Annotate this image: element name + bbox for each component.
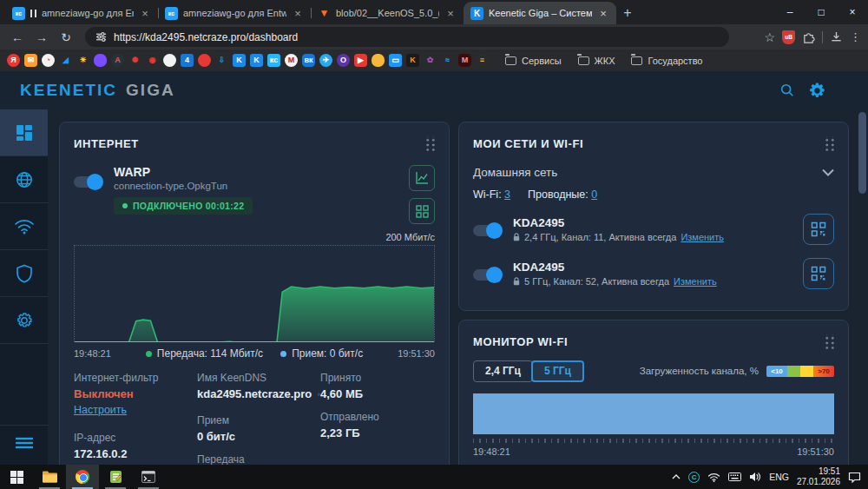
edit-network-link[interactable]: Изменить: [674, 276, 717, 287]
chevron-down-icon[interactable]: [822, 169, 834, 176]
drag-handle-icon[interactable]: [823, 136, 834, 151]
taskbar-terminal[interactable]: [132, 465, 165, 489]
taskbar-clock[interactable]: 19:51 27.01.2026: [797, 466, 840, 488]
drag-handle-icon[interactable]: [424, 136, 435, 151]
notification-center-icon[interactable]: [848, 472, 861, 483]
bookmark-icon[interactable]: ◔: [42, 54, 55, 67]
bookmark-icon[interactable]: ≈: [441, 54, 454, 67]
settings-gear-icon[interactable]: [809, 83, 825, 99]
bookmark-icon[interactable]: A: [111, 54, 124, 67]
start-button[interactable]: [0, 465, 33, 489]
tab-amneziawg-1[interactable]: кс amneziawg-go для Entware - О ×: [5, 2, 158, 24]
tray-app-icon[interactable]: C: [688, 472, 700, 483]
bookmark-icon[interactable]: K: [233, 54, 246, 67]
bookmark-icon[interactable]: вк: [302, 54, 315, 67]
bookmark-icon[interactable]: кс: [267, 54, 280, 67]
downloads-icon[interactable]: [830, 30, 843, 43]
bookmark-icon[interactable]: [163, 54, 176, 67]
bookmark-icon[interactable]: ✈: [319, 54, 332, 67]
bookmark-icon[interactable]: Я: [7, 54, 20, 67]
chart-view-button[interactable]: [409, 165, 435, 191]
warp-toggle[interactable]: [74, 176, 102, 188]
tab-close-icon[interactable]: ×: [444, 7, 457, 20]
bookmark-star-icon[interactable]: ☆: [764, 30, 775, 44]
tab-keenetic-dashboard[interactable]: K Keenetic Giga – Системный мон ×: [464, 2, 616, 24]
taskbar-file-explorer[interactable]: [33, 465, 66, 489]
sidebar-item-internet[interactable]: [0, 156, 48, 203]
bookmark-icon[interactable]: [198, 54, 211, 67]
window-close-button[interactable]: ×: [837, 0, 868, 24]
qr-code-icon: [811, 221, 826, 237]
tab-gitlab-blob[interactable]: ▼ blob/02__KeenOS_5.0_(OpkgTun ×: [311, 2, 464, 24]
tab-close-icon[interactable]: ×: [139, 7, 151, 20]
site-settings-icon[interactable]: [95, 31, 107, 43]
time-axis-ticks: [473, 439, 834, 443]
taskbar-chrome[interactable]: [66, 465, 99, 489]
bookmark-icon[interactable]: [94, 54, 107, 67]
reload-button[interactable]: ↻: [56, 27, 76, 48]
bookmark-icon[interactable]: ◉: [146, 54, 159, 67]
tab-amneziawg-2[interactable]: кс amneziawg-go для Entware - Стр ×: [158, 2, 311, 24]
tab-close-icon[interactable]: ×: [597, 7, 609, 20]
bookmarks-folder-government[interactable]: Государство: [631, 56, 702, 66]
bookmark-icon[interactable]: ▶: [354, 54, 367, 67]
bookmark-icon[interactable]: K: [406, 54, 419, 67]
forward-button[interactable]: →: [31, 27, 52, 48]
tray-volume-icon[interactable]: [749, 472, 761, 482]
browser-menu-icon[interactable]: ⋮: [850, 30, 861, 43]
drag-handle-icon[interactable]: [823, 334, 834, 349]
tray-keyboard-icon[interactable]: [728, 472, 741, 481]
bookmarks-folder-services[interactable]: Сервисы: [505, 56, 562, 66]
window-maximize-button[interactable]: □: [806, 0, 837, 24]
bookmark-icon[interactable]: O: [337, 54, 350, 67]
tray-wifi-icon[interactable]: [707, 472, 720, 482]
bookmark-icon[interactable]: M: [458, 54, 471, 67]
sidebar-menu-toggle[interactable]: [0, 425, 48, 459]
bookmark-icon[interactable]: ≡: [476, 54, 489, 67]
window-minimize-button[interactable]: –: [774, 0, 806, 24]
bookmark-icon[interactable]: M: [285, 54, 298, 67]
wifi-icon: [14, 219, 35, 235]
ublock-extension-icon[interactable]: uB: [782, 30, 795, 44]
wifi-5-toggle[interactable]: [473, 269, 501, 281]
bookmark-icon[interactable]: K: [250, 54, 263, 67]
windows-taskbar: C ENG 19:51 27.01.2026: [0, 465, 868, 489]
bookmark-icon[interactable]: ⇩: [215, 54, 228, 67]
back-button[interactable]: ←: [7, 27, 28, 48]
bookmark-icon[interactable]: 4: [181, 54, 194, 67]
page-scrollbar[interactable]: [858, 112, 866, 194]
wired-count-link[interactable]: 0: [591, 188, 597, 201]
wifi-qr-button[interactable]: [803, 214, 834, 245]
wifi-qr-button[interactable]: [803, 258, 834, 289]
url-text[interactable]: https://kda2495.netcraze.pro/dashboard: [114, 31, 298, 43]
configure-filter-link[interactable]: Настроить: [74, 404, 127, 416]
sidebar-item-wifi[interactable]: [0, 203, 48, 250]
bookmark-icon[interactable]: ✉: [24, 54, 37, 67]
extensions-icon[interactable]: [802, 30, 815, 43]
sidebar-item-security[interactable]: [0, 250, 48, 297]
bookmarks-folder-utilities[interactable]: ЖКХ: [578, 56, 615, 66]
band-5ghz-button[interactable]: 5 ГГц: [531, 360, 584, 382]
bookmark-icon[interactable]: [372, 54, 385, 67]
sidebar-item-management[interactable]: [0, 297, 48, 344]
taskbar-notepad-plus[interactable]: [99, 465, 132, 489]
bookmark-icon[interactable]: ◢: [59, 54, 72, 67]
bookmark-icon[interactable]: ✿: [424, 54, 437, 67]
bookmark-icon[interactable]: ▭: [389, 54, 402, 67]
wifi-count-link[interactable]: 3: [504, 188, 510, 201]
bookmark-icon[interactable]: ✺: [128, 54, 141, 67]
widgets-view-button[interactable]: [409, 198, 435, 224]
address-bar[interactable]: https://kda2495.netcraze.pro/dashboard: [85, 27, 729, 47]
edit-network-link[interactable]: Изменить: [681, 232, 724, 242]
hidden-icons-chevron[interactable]: [672, 474, 681, 479]
band-24ghz-button[interactable]: 2,4 ГГц: [473, 360, 533, 382]
search-icon[interactable]: [779, 83, 795, 98]
tab-audio-paused-icon[interactable]: [30, 10, 36, 17]
keyboard-language[interactable]: ENG: [769, 472, 789, 482]
new-tab-button[interactable]: +: [616, 2, 639, 24]
bookmark-icon[interactable]: ☀: [76, 54, 89, 67]
networks-card-title: МОИ СЕТИ И WI-FI: [473, 137, 583, 150]
tab-close-icon[interactable]: ×: [292, 7, 304, 20]
sidebar-item-dashboard[interactable]: [0, 109, 48, 156]
wifi-24-toggle[interactable]: [473, 225, 501, 236]
